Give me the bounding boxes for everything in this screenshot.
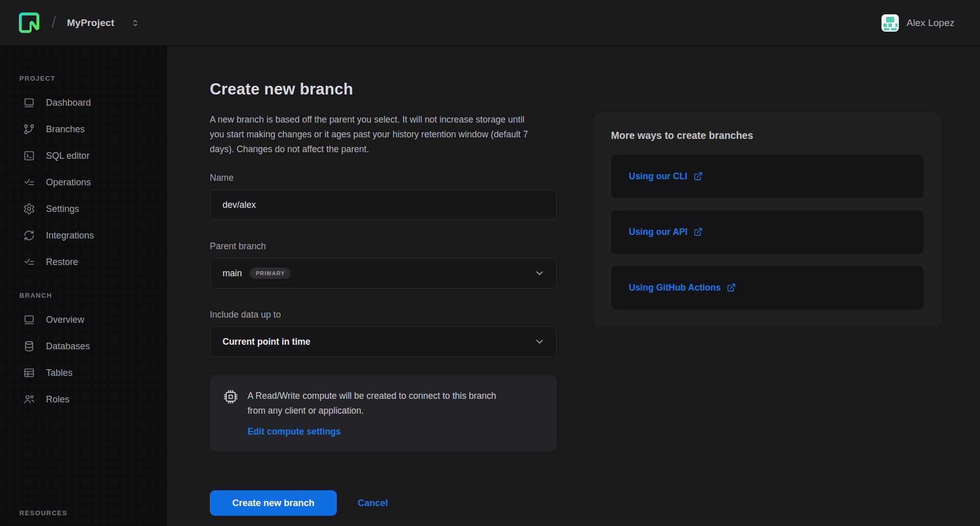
page-description: A new branch is based off the parent you…	[210, 112, 537, 157]
sidebar-item-label: Roles	[46, 394, 69, 405]
create-branch-button[interactable]: Create new branch	[210, 490, 337, 516]
include-data-value: Current point in time	[223, 337, 310, 347]
sidebar-section-label: PROJECT	[0, 75, 166, 82]
cpu-chip-icon	[223, 389, 238, 437]
terminal-icon	[23, 150, 35, 162]
form-actions: Create new branch Cancel	[210, 490, 557, 516]
sync-arrows-icon	[23, 229, 35, 242]
api-card[interactable]: Using our API	[611, 210, 924, 254]
user-menu[interactable]: Alex Lopez	[881, 14, 954, 32]
sidebar-item-label: Branches	[46, 124, 85, 135]
external-link-icon	[726, 283, 736, 293]
sidebar-item-integrations[interactable]: Integrations	[0, 222, 166, 249]
using-github-actions-link[interactable]: Using GitHub Actions	[629, 282, 736, 293]
sidebar-item-label: Overview	[46, 315, 84, 325]
compute-note: A Read/Write compute will be created to …	[248, 389, 505, 418]
sidebar-item-overview[interactable]: Overview	[0, 306, 166, 333]
more-ways-panel: More ways to create branches Using our C…	[593, 112, 942, 327]
project-switcher[interactable]: MyProject	[67, 17, 140, 29]
table-icon	[23, 367, 35, 379]
sidebar-item-operations[interactable]: Operations	[0, 169, 166, 196]
aside-column: More ways to create branches Using our C…	[593, 112, 942, 526]
check-list-icon	[23, 176, 35, 188]
check-list-icon	[23, 256, 35, 268]
window-icon	[23, 97, 35, 109]
project-name: MyProject	[67, 17, 114, 29]
database-icon	[23, 340, 35, 352]
main-content: Create new branch A new branch is based …	[167, 46, 980, 526]
include-data-label: Include data up to	[210, 309, 557, 320]
cancel-link[interactable]: Cancel	[358, 498, 388, 509]
external-link-icon	[693, 227, 703, 237]
sidebar-section-branch: BRANCH Overview Databases Tables Roles	[0, 292, 166, 413]
edit-compute-settings-link[interactable]: Edit compute settings	[248, 426, 341, 437]
sidebar-item-label: Operations	[46, 177, 91, 188]
chevron-down-icon	[534, 268, 545, 279]
sidebar-item-settings[interactable]: Settings	[0, 196, 166, 222]
page-title: Create new branch	[210, 80, 557, 99]
name-label: Name	[210, 173, 557, 183]
primary-badge: PRIMARY	[250, 268, 290, 279]
using-cli-label: Using our CLI	[629, 171, 688, 182]
parent-branch-label: Parent branch	[210, 241, 557, 252]
github-actions-card[interactable]: Using GitHub Actions	[611, 266, 924, 310]
sidebar-item-label: Settings	[46, 204, 79, 214]
neon-logo-icon	[19, 12, 39, 33]
topbar: / MyProject Alex Lopez	[0, 0, 980, 46]
link-card-list: Using our CLI Using our API Using GitHub…	[611, 154, 924, 310]
avatar	[881, 14, 899, 32]
window-icon	[23, 314, 35, 326]
sidebar-item-label: Dashboard	[46, 98, 91, 108]
sidebar-item-label: SQL editor	[46, 151, 89, 161]
sidebar-item-label: Tables	[46, 368, 72, 378]
compute-info-box: A Read/Write compute will be created to …	[210, 375, 557, 451]
sidebar-section-label: BRANCH	[0, 292, 166, 299]
chevron-down-icon	[534, 336, 545, 347]
sidebar: PROJECT Dashboard Branches SQL editor Op…	[0, 46, 167, 526]
using-api-label: Using our API	[629, 227, 688, 237]
user-name: Alex Lopez	[906, 17, 954, 29]
external-link-icon	[693, 172, 703, 181]
users-icon	[23, 393, 35, 405]
using-cli-link[interactable]: Using our CLI	[629, 171, 703, 182]
sidebar-item-label: Integrations	[46, 230, 94, 241]
sidebar-section-label: RESOURCES	[0, 509, 166, 517]
sidebar-section-resources: RESOURCES	[0, 509, 166, 517]
sidebar-item-dashboard[interactable]: Dashboard	[0, 89, 166, 116]
branch-name-input[interactable]	[210, 189, 557, 220]
panel-title: More ways to create branches	[611, 130, 924, 141]
using-github-actions-label: Using GitHub Actions	[629, 282, 721, 293]
sidebar-item-restore[interactable]: Restore	[0, 249, 166, 275]
git-branch-icon	[23, 123, 35, 135]
cli-card[interactable]: Using our CLI	[611, 154, 924, 199]
create-branch-form: Create new branch A new branch is based …	[210, 80, 557, 526]
include-data-select[interactable]: Current point in time	[210, 326, 557, 357]
breadcrumb-separator: /	[52, 14, 56, 31]
sidebar-item-branches[interactable]: Branches	[0, 116, 166, 142]
sidebar-item-sql-editor[interactable]: SQL editor	[0, 142, 166, 169]
sidebar-item-tables[interactable]: Tables	[0, 360, 166, 386]
chevron-updown-icon	[131, 17, 140, 29]
sidebar-item-label: Restore	[46, 257, 78, 268]
sidebar-item-label: Databases	[46, 341, 90, 352]
parent-branch-value: main	[223, 268, 242, 279]
sidebar-item-databases[interactable]: Databases	[0, 333, 166, 360]
compute-info-body: A Read/Write compute will be created to …	[248, 389, 505, 437]
sidebar-item-roles[interactable]: Roles	[0, 386, 166, 413]
gear-icon	[23, 203, 35, 215]
sidebar-section-project: PROJECT Dashboard Branches SQL editor Op…	[0, 75, 166, 275]
parent-branch-select[interactable]: main PRIMARY	[210, 258, 557, 289]
using-api-link[interactable]: Using our API	[629, 227, 703, 237]
brand-logo[interactable]	[19, 12, 39, 33]
